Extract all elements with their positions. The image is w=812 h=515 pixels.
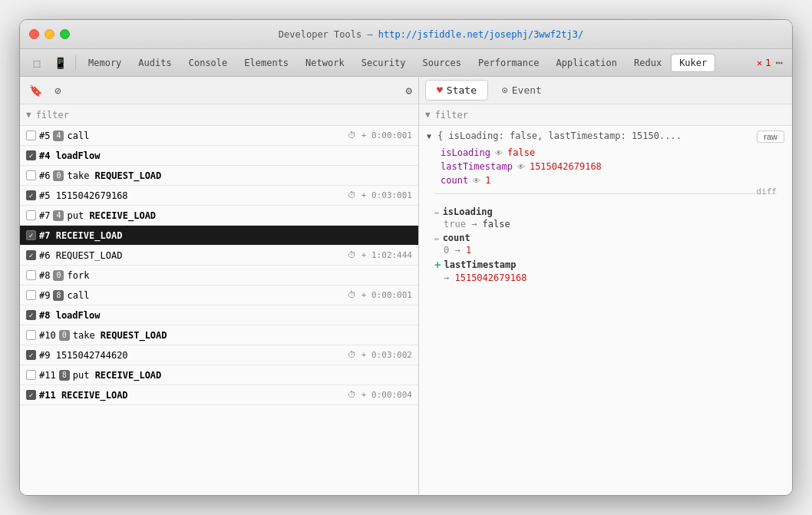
item-checkbox[interactable] (26, 270, 36, 280)
diff-prop-isloading: ✏ isLoading (434, 206, 777, 217)
error-badge: ✕ 1 (757, 58, 771, 68)
tab-performance[interactable]: Performance (470, 54, 546, 71)
block-icon[interactable]: ⊘ (51, 83, 64, 98)
item-label: #6 REQUEST_LOAD (39, 250, 345, 261)
item-id: #5 (39, 130, 50, 141)
maximize-button[interactable] (60, 29, 70, 39)
settings-icon[interactable]: ⚙ (406, 84, 412, 97)
close-button[interactable] (29, 29, 39, 39)
item-label: #8 loadFlow (39, 310, 412, 321)
item-checkbox[interactable] (26, 370, 36, 380)
prop-value-lasttimestamp: 1515042679168 (530, 161, 602, 172)
title-url[interactable]: http://jsfiddle.net/josephj/3wwf2tj3/ (378, 29, 583, 40)
tab-application[interactable]: Application (549, 54, 625, 71)
list-item[interactable]: #5 4 call ⏱ + 0:00:001 (20, 126, 418, 146)
diff-old-count: 0 (444, 245, 449, 256)
item-label: #9 1515042744620 (39, 350, 345, 361)
right-filter-icon: ▼ (425, 110, 431, 120)
item-checkbox[interactable]: ✓ (26, 310, 36, 320)
list-item[interactable]: #10 0 take REQUEST_LOAD (20, 325, 418, 345)
item-checkbox[interactable] (26, 130, 36, 140)
list-item[interactable]: ✓ #9 1515042744620 ⏱ + 0:03:002 (20, 345, 418, 365)
diff-change-isloading: true → false (434, 219, 777, 229)
item-tag: 0 (53, 170, 64, 181)
item-time: ⏱ + 0:00:001 (348, 130, 412, 140)
diff-new-lasttimestamp: 1515042679168 (454, 272, 526, 283)
mobile-icon[interactable]: 📱 (49, 52, 71, 74)
pencil-icon: ✏ (434, 233, 440, 243)
list-item[interactable]: ✓ #11 RECEIVE_LOAD ⏱ + 0:00:004 (20, 385, 418, 405)
right-tab-bar: ♥ State ⊙ Event (419, 77, 792, 104)
item-id: #9 (39, 290, 50, 301)
diff-prop-label-count: count (443, 233, 470, 243)
diff-section: ✏ isLoading true → false ✏ count 0 (427, 200, 784, 286)
list-item[interactable]: #9 8 call ⏱ + 0:00:001 (20, 286, 418, 305)
item-checkbox[interactable] (26, 170, 36, 180)
list-item[interactable]: ✓ #4 loadFlow (20, 146, 418, 166)
diff-label: diff (757, 187, 777, 196)
right-filter-label[interactable]: filter (435, 110, 468, 120)
tab-console[interactable]: Console (181, 54, 236, 71)
minimize-button[interactable] (45, 29, 54, 39)
cursor-icon[interactable]: ⬚ (26, 52, 48, 74)
tab-state[interactable]: ♥ State (425, 80, 488, 101)
prop-name-lasttimestamp: lastTimestamp (441, 161, 513, 172)
tab-network[interactable]: Network (298, 54, 352, 71)
item-id: #11 (39, 370, 56, 381)
state-content: ▼ { isLoading: false, lastTimestamp: 151… (419, 126, 792, 495)
state-tab-icon: ♥ (437, 84, 443, 96)
diff-prop-count: ✏ count (434, 233, 777, 243)
prop-value-count: 1 (485, 175, 490, 186)
bookmark-icon[interactable]: 🔖 (26, 83, 45, 98)
more-options-button[interactable]: ⋯ (772, 55, 786, 70)
item-tag: 8 (53, 290, 64, 301)
tab-redux[interactable]: Redux (626, 54, 669, 71)
prop-value-isloading: false (507, 147, 535, 158)
item-checkbox[interactable] (26, 330, 36, 340)
list-item[interactable]: ✓ #6 REQUEST_LOAD ⏱ + 1:02:444 (20, 246, 418, 266)
item-tag: 0 (53, 270, 64, 281)
item-checkbox[interactable] (26, 290, 36, 300)
tab-elements[interactable]: Elements (236, 54, 296, 71)
tab-event[interactable]: ⊙ Event (491, 81, 553, 100)
left-filter-bar: ▼ filter (20, 104, 418, 126)
diff-arrow: → (444, 272, 454, 283)
item-checkbox[interactable]: ✓ (26, 230, 36, 240)
divider-section: diff (427, 193, 784, 194)
error-icon: ✕ (757, 58, 762, 68)
left-toolbar: 🔖 ⊘ ⚙ (20, 77, 418, 104)
tab-security[interactable]: Security (354, 54, 414, 71)
item-checkbox[interactable] (26, 210, 36, 220)
plus-icon: + (434, 259, 441, 271)
item-checkbox[interactable]: ✓ (26, 390, 36, 400)
list-item-selected[interactable]: ✓ #7 RECEIVE_LOAD (20, 226, 418, 246)
collapse-icon[interactable]: ▼ (427, 132, 431, 140)
diff-new-isloading: false (483, 219, 510, 229)
tab-kuker[interactable]: Kuker (671, 54, 715, 72)
title-text: Developer Tools – (279, 29, 378, 40)
left-filter-label[interactable]: filter (36, 110, 69, 120)
event-tab-icon: ⊙ (502, 84, 508, 96)
list-item[interactable]: ✓ #5 1515042679168 ⏱ + 0:03:001 (20, 186, 418, 206)
tab-audits[interactable]: Audits (130, 54, 179, 71)
right-filter-bar: ▼ filter (419, 104, 792, 126)
state-tab-label: State (447, 84, 477, 96)
item-label: put RECEIVE_LOAD (73, 370, 412, 381)
item-checkbox[interactable]: ✓ (26, 190, 36, 200)
tab-memory[interactable]: Memory (81, 54, 129, 71)
item-id: #6 (39, 170, 50, 181)
prop-name-isloading: isLoading (441, 147, 490, 158)
pencil-icon: ✏ (434, 207, 440, 217)
item-checkbox[interactable]: ✓ (26, 350, 36, 360)
raw-button[interactable]: raw (757, 130, 784, 143)
tab-sources[interactable]: Sources (414, 54, 469, 71)
item-checkbox[interactable]: ✓ (26, 250, 36, 260)
list-item[interactable]: #7 4 put RECEIVE_LOAD (20, 206, 418, 226)
item-checkbox[interactable]: ✓ (26, 150, 36, 160)
list-item[interactable]: ✓ #8 loadFlow (20, 305, 418, 325)
list-item[interactable]: #11 8 put RECEIVE_LOAD (20, 365, 418, 385)
list-item[interactable]: #8 0 fork (20, 266, 418, 286)
item-tag: 4 (53, 210, 64, 221)
list-item[interactable]: #6 0 take REQUEST_LOAD (20, 166, 418, 186)
diff-change-lasttimestamp: → 1515042679168 (434, 272, 777, 283)
